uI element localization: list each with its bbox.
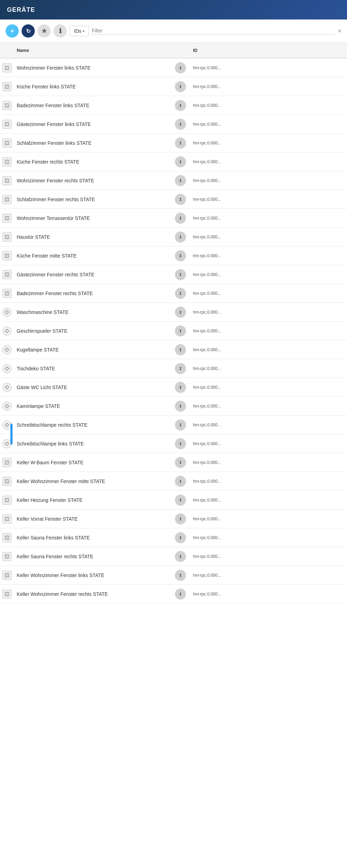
row-info-button[interactable] [175, 363, 186, 374]
row-checkbox[interactable] [0, 514, 14, 523]
row-info-button[interactable] [175, 137, 186, 149]
row-checkbox[interactable] [0, 101, 14, 110]
info-button[interactable]: ℹ [54, 24, 67, 38]
row-info-button[interactable] [175, 269, 186, 280]
row-info-btn[interactable] [171, 156, 190, 167]
row-info-button[interactable] [175, 175, 186, 186]
row-info-btn[interactable] [171, 476, 190, 487]
row-info-button[interactable] [175, 100, 186, 111]
row-info-button[interactable] [175, 419, 186, 431]
row-checkbox[interactable] [0, 326, 14, 336]
row-info-btn[interactable] [171, 419, 190, 431]
row-info-btn[interactable] [171, 344, 190, 355]
row-checkbox[interactable] [0, 232, 14, 242]
row-info-btn[interactable] [171, 363, 190, 374]
row-info-button[interactable] [175, 231, 186, 243]
row-checkbox[interactable] [0, 552, 14, 561]
table-row: Waschmaschine STATE hm-rpc.0.000... [0, 303, 347, 322]
row-info-button[interactable] [175, 194, 186, 205]
row-info-button[interactable] [175, 325, 186, 337]
row-info-btn[interactable] [171, 119, 190, 130]
row-info-button[interactable] [175, 570, 186, 581]
row-info-btn[interactable] [171, 532, 190, 543]
row-checkbox[interactable] [0, 364, 14, 373]
row-info-button[interactable] [175, 513, 186, 524]
row-info-button[interactable] [175, 589, 186, 600]
row-info-btn[interactable] [171, 100, 190, 111]
cursor-text-icon [178, 347, 183, 352]
row-checkbox[interactable] [0, 590, 14, 599]
row-checkbox[interactable] [0, 496, 14, 505]
row-info-btn[interactable] [171, 551, 190, 562]
row-info-button[interactable] [175, 119, 186, 130]
row-checkbox[interactable] [0, 214, 14, 223]
ids-dropdown[interactable]: IDs ▾ [70, 26, 89, 36]
row-info-btn[interactable] [171, 438, 190, 449]
row-info-button[interactable] [175, 476, 186, 487]
row-info-btn[interactable] [171, 589, 190, 600]
row-checkbox[interactable] [0, 139, 14, 148]
row-info-btn[interactable] [171, 81, 190, 92]
row-checkbox[interactable] [0, 383, 14, 392]
row-checkbox[interactable] [0, 533, 14, 542]
row-checkbox[interactable] [0, 176, 14, 185]
row-checkbox[interactable] [0, 82, 14, 91]
row-info-button[interactable] [175, 288, 186, 299]
row-info-btn[interactable] [171, 62, 190, 73]
table-row: Wohnzimmer Fenster rechts STATE hm-rpc.0… [0, 171, 347, 190]
row-info-btn[interactable] [171, 175, 190, 186]
row-checkbox[interactable] [0, 251, 14, 260]
row-info-button[interactable] [175, 213, 186, 224]
row-checkbox[interactable] [0, 477, 14, 486]
row-info-button[interactable] [175, 156, 186, 167]
row-checkbox[interactable] [0, 571, 14, 580]
row-info-btn[interactable] [171, 382, 190, 393]
row-checkbox[interactable] [0, 120, 14, 129]
row-info-button[interactable] [175, 307, 186, 318]
row-info-btn[interactable] [171, 307, 190, 318]
row-checkbox[interactable] [0, 289, 14, 298]
row-info-button[interactable] [175, 250, 186, 261]
row-info-btn[interactable] [171, 250, 190, 261]
table-row: Keller Wohnzimmer Fenster mitte STATE hm… [0, 472, 347, 491]
device-icon-circle [2, 364, 11, 373]
row-info-btn[interactable] [171, 325, 190, 337]
row-info-button[interactable] [175, 438, 186, 449]
row-info-btn[interactable] [171, 457, 190, 468]
row-name: Küche Fenster links STATE [14, 81, 171, 92]
row-info-btn[interactable] [171, 513, 190, 524]
row-info-button[interactable] [175, 457, 186, 468]
row-checkbox[interactable] [0, 345, 14, 354]
row-info-button[interactable] [175, 81, 186, 92]
row-checkbox[interactable] [0, 63, 14, 72]
row-checkbox[interactable] [0, 402, 14, 411]
row-info-button[interactable] [175, 532, 186, 543]
row-checkbox[interactable] [0, 270, 14, 279]
star-button[interactable]: ★ [38, 24, 51, 38]
row-info-btn[interactable] [171, 137, 190, 149]
row-info-button[interactable] [175, 551, 186, 562]
row-info-button[interactable] [175, 495, 186, 506]
row-checkbox[interactable] [0, 308, 14, 317]
row-info-button[interactable] [175, 401, 186, 412]
table-row: Keller Sauna Fenster rechts STATE hm-rpc… [0, 547, 347, 566]
row-info-btn[interactable] [171, 269, 190, 280]
row-info-button[interactable] [175, 382, 186, 393]
row-info-btn[interactable] [171, 495, 190, 506]
row-checkbox[interactable] [0, 195, 14, 204]
row-info-btn[interactable] [171, 401, 190, 412]
refresh-button[interactable]: ↻ [22, 24, 35, 38]
row-checkbox[interactable] [0, 458, 14, 467]
row-info-btn[interactable] [171, 570, 190, 581]
row-info-button[interactable] [175, 62, 186, 73]
row-id: hm-rpc.0.000... [190, 589, 347, 599]
filter-input[interactable] [92, 28, 335, 33]
row-info-btn[interactable] [171, 231, 190, 243]
row-checkbox[interactable] [0, 157, 14, 166]
row-info-btn[interactable] [171, 288, 190, 299]
row-info-btn[interactable] [171, 213, 190, 224]
add-button[interactable]: + [6, 24, 19, 38]
row-info-button[interactable] [175, 344, 186, 355]
close-button[interactable]: × [338, 28, 341, 34]
row-info-btn[interactable] [171, 194, 190, 205]
